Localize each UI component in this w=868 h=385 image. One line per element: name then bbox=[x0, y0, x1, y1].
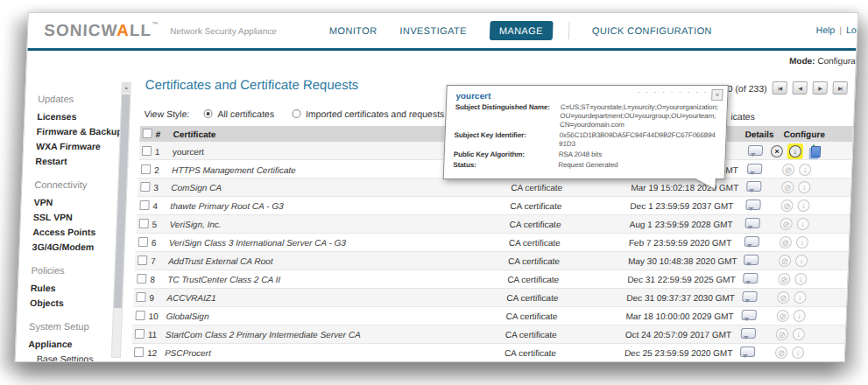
scroll-up-icon[interactable]: ▲ bbox=[122, 83, 130, 93]
no-delete-icon[interactable]: ⊘ bbox=[780, 236, 793, 248]
next-page-button[interactable]: ▶ bbox=[812, 81, 828, 94]
tab-quick-configuration[interactable]: QUICK CONFIGURATION bbox=[592, 25, 712, 36]
radio-all-certificates[interactable]: All certificates bbox=[203, 108, 274, 119]
no-delete-icon[interactable]: ⊘ bbox=[775, 346, 788, 359]
table-row: 7 AddTrust External CA Root CA certifica… bbox=[135, 252, 849, 270]
details-icon[interactable] bbox=[745, 236, 759, 247]
row-checkbox[interactable] bbox=[138, 237, 148, 247]
row-checkbox[interactable] bbox=[138, 256, 147, 265]
sidebar-item-vpn[interactable]: VPN bbox=[33, 197, 128, 207]
details-icon[interactable] bbox=[746, 181, 761, 192]
last-page-button[interactable]: ▶| bbox=[832, 81, 848, 94]
sidebar-item-firmware-backups[interactable]: Firmware & Backups bbox=[37, 126, 131, 136]
sidebar-item-restart[interactable]: Restart bbox=[35, 156, 130, 166]
sidebar-item-licenses[interactable]: Licenses bbox=[37, 111, 131, 122]
details-icon[interactable] bbox=[741, 310, 756, 320]
app-window: SONICWALL™ Network Security Appliance MO… bbox=[15, 12, 858, 362]
logout-link[interactable]: Logout bbox=[846, 24, 858, 35]
download-icon[interactable]: ↓ bbox=[794, 273, 808, 285]
tooltip-pointer bbox=[694, 178, 715, 189]
row-checkbox[interactable] bbox=[136, 292, 145, 302]
row-checkbox[interactable] bbox=[137, 274, 146, 284]
download-icon[interactable]: ↓ bbox=[798, 181, 811, 193]
no-delete-icon[interactable]: ⊘ bbox=[777, 291, 790, 304]
download-icon[interactable]: ↓ bbox=[793, 310, 806, 322]
certificate-type: CA certificate bbox=[509, 220, 568, 229]
row-number: 9 bbox=[149, 293, 166, 303]
delete-icon[interactable]: × bbox=[771, 145, 784, 158]
radio-label: All certificates bbox=[217, 108, 274, 119]
details-icon[interactable] bbox=[742, 291, 757, 302]
row-checkbox[interactable] bbox=[139, 200, 149, 210]
download-icon[interactable]: ↓ bbox=[793, 328, 806, 340]
certificate-type: CA certificate bbox=[508, 256, 567, 266]
section-title: Connectivity bbox=[34, 179, 129, 190]
details-icon[interactable] bbox=[744, 255, 759, 265]
help-link[interactable]: Help bbox=[816, 24, 836, 35]
download-icon[interactable]: ↓ bbox=[796, 218, 809, 230]
configure-cell: × ↓ ⊘ ↓ bbox=[780, 218, 850, 230]
no-delete-icon[interactable]: ⊘ bbox=[781, 181, 794, 193]
details-icon[interactable] bbox=[745, 218, 760, 228]
configure-cell: × ↓ ⊘ ↓ bbox=[778, 273, 848, 285]
select-all-checkbox[interactable] bbox=[142, 129, 152, 138]
details-icon[interactable] bbox=[741, 328, 756, 339]
no-delete-icon[interactable]: ⊘ bbox=[776, 328, 789, 340]
download-icon[interactable]: ↓ bbox=[797, 200, 810, 212]
no-delete-icon[interactable]: ⊘ bbox=[782, 164, 795, 176]
radio-icon[interactable] bbox=[203, 109, 212, 118]
row-checkbox[interactable] bbox=[140, 182, 150, 192]
sidebar-item-base-settings[interactable]: Base Settings bbox=[37, 354, 123, 362]
no-delete-icon[interactable]: ⊘ bbox=[780, 200, 794, 212]
row-checkbox[interactable] bbox=[141, 164, 151, 174]
details-icon[interactable] bbox=[740, 346, 755, 357]
no-delete-icon[interactable]: ⊘ bbox=[776, 310, 789, 322]
row-number: 3 bbox=[153, 183, 171, 192]
tab-manage[interactable]: MANAGE bbox=[489, 21, 553, 40]
certificate-type: CA certificate bbox=[506, 293, 565, 303]
details-icon[interactable] bbox=[745, 200, 760, 210]
sidebar-item-wxa-firmware[interactable]: WXA Firmware bbox=[36, 141, 131, 151]
download-icon[interactable]: ↓ bbox=[795, 255, 808, 267]
tab-investigate[interactable]: INVESTIGATE bbox=[399, 25, 467, 36]
top-header: SONICWALL™ Network Security Appliance MO… bbox=[27, 13, 857, 48]
details-icon[interactable] bbox=[743, 273, 758, 284]
details-icon[interactable] bbox=[747, 164, 762, 174]
no-delete-icon[interactable]: ⊘ bbox=[780, 218, 793, 230]
first-page-button[interactable]: |◀ bbox=[772, 81, 787, 94]
close-icon[interactable]: × bbox=[711, 89, 723, 101]
table-row: 3 ComSign CA CA certificate Mar 19 15:02… bbox=[138, 178, 851, 197]
row-checkbox[interactable] bbox=[139, 219, 149, 228]
sidebar-item-3g4g-modem[interactable]: 3G/4G/Modem bbox=[32, 242, 126, 252]
row-number: 12 bbox=[147, 348, 165, 358]
no-delete-icon[interactable]: ⊘ bbox=[778, 273, 791, 285]
radio-imported-certificates[interactable]: Imported certificates and requests bbox=[292, 108, 445, 119]
download-icon[interactable]: ↓ bbox=[799, 164, 812, 176]
field-label: Subject Key Identifier: bbox=[454, 131, 553, 149]
sidebar-item-rules[interactable]: Rules bbox=[31, 283, 125, 293]
import-icon[interactable] bbox=[808, 145, 822, 158]
section-title: Policies bbox=[31, 265, 125, 276]
download-highlight[interactable]: ↓ bbox=[787, 144, 804, 159]
tab-monitor[interactable]: MONITOR bbox=[329, 25, 378, 36]
no-delete-icon[interactable]: ⊘ bbox=[779, 255, 792, 267]
download-icon[interactable]: ↓ bbox=[792, 346, 805, 359]
prev-page-button[interactable]: ◀ bbox=[792, 81, 808, 94]
row-checkbox[interactable] bbox=[134, 347, 144, 357]
row-checkbox[interactable] bbox=[135, 329, 145, 339]
download-icon[interactable]: ↓ bbox=[796, 236, 809, 248]
certificate-expires: Dec 31 22:59:59 2025 GMT bbox=[627, 275, 739, 284]
certificate-name: TC TrustCenter Class 2 CA II bbox=[167, 275, 507, 284]
table-row: 9 ACCVRAIZ1 CA certificate Dec 31 09:37:… bbox=[133, 289, 847, 307]
sidebar-item-objects[interactable]: Objects bbox=[30, 298, 124, 308]
row-checkbox[interactable] bbox=[135, 311, 145, 320]
row-number: 7 bbox=[151, 256, 168, 266]
row-checkbox[interactable] bbox=[142, 146, 152, 156]
details-icon[interactable] bbox=[748, 145, 763, 156]
radio-icon[interactable] bbox=[292, 109, 300, 118]
sidebar-item-access-points[interactable]: Access Points bbox=[32, 227, 127, 237]
sidebar-item-appliance[interactable]: Appliance bbox=[28, 339, 123, 349]
download-icon[interactable]: ↓ bbox=[794, 291, 807, 304]
sidebar-item-ssl-vpn[interactable]: SSL VPN bbox=[33, 212, 128, 222]
certificate-expires: Aug 1 23:59:59 2028 GMT bbox=[629, 220, 741, 229]
